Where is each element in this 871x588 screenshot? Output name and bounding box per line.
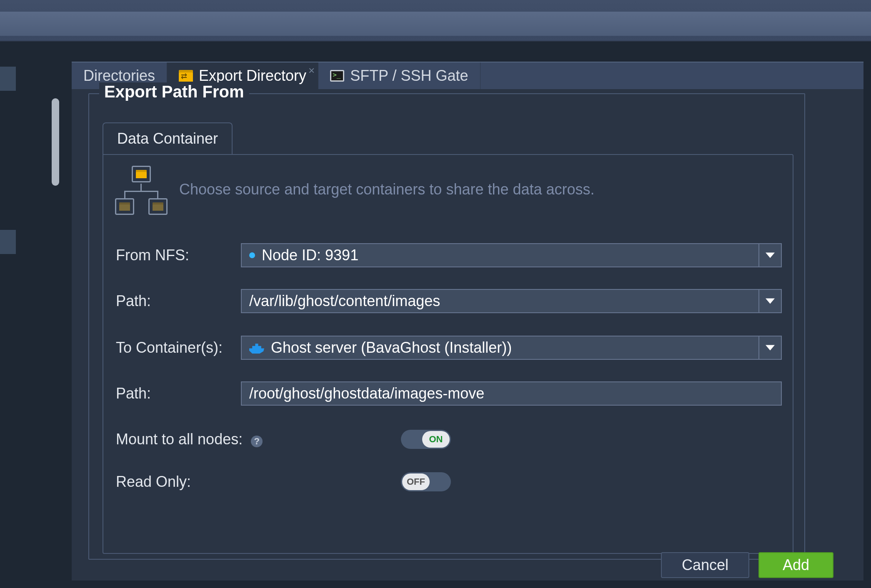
label-from-nfs: From NFS: [116,247,241,264]
read-only-toggle[interactable]: OFF [401,472,451,491]
row-dest-path: Path: /root/ghost/ghostdata/images-move [116,381,782,406]
folder-icon [153,202,163,211]
toggle-state: ON [422,431,450,448]
docker-icon [249,342,264,354]
from-nfs-select[interactable]: Node ID: 9391 [241,243,782,267]
tab-data-container-label: Data Container [117,130,218,147]
row-to-containers: To Container(s): Ghost server (BavaGhost… [116,335,782,361]
row-source-path: Path: /var/lib/ghost/content/images [116,288,782,314]
scrollbar-thumb[interactable] [52,98,59,186]
window-titlebar [0,0,871,42]
tab-data-container[interactable]: Data Container [103,122,233,154]
mount-all-toggle[interactable]: ON [401,430,451,449]
row-mount-all: Mount to all nodes: ? ON [116,426,782,452]
from-nfs-value: Node ID: 9391 [262,247,358,264]
label-to-containers: To Container(s): [116,339,241,356]
toggle-state: OFF [402,473,430,490]
label-mount-all: Mount to all nodes: ? [116,431,266,448]
fieldset-legend: Export Path From [99,82,249,101]
tab-export-label: Export Directory [199,67,306,85]
tab-sftp-ssh[interactable]: SFTP / SSH Gate [318,62,480,89]
chevron-down-icon [766,345,775,351]
dest-path-value: /root/ghost/ghostdata/images-move [249,385,484,402]
add-button-label: Add [783,556,809,574]
row-read-only: Read Only: OFF [116,469,782,495]
svg-marker-1 [766,298,775,304]
help-icon[interactable]: ? [251,436,263,447]
row-from-nfs: From NFS: Node ID: 9391 [116,242,782,268]
chevron-down-icon [766,252,775,258]
to-containers-select[interactable]: Ghost server (BavaGhost (Installer)) [241,336,782,360]
toolbar-strip [0,12,871,36]
terminal-icon [330,70,344,82]
main-panel: Export Path From Data Container Choose s… [72,89,863,581]
chevron-down-icon [766,298,775,304]
status-dot-icon [249,252,255,258]
add-button[interactable]: Add [758,552,833,578]
tab-sftp-label: SFTP / SSH Gate [350,67,468,85]
export-path-fieldset: Export Path From Data Container Choose s… [88,93,805,560]
form-hint: Choose source and target containers to s… [179,181,595,198]
label-dest-path: Path: [116,385,241,402]
to-containers-value: Ghost server (BavaGhost (Installer)) [271,339,512,356]
close-icon[interactable]: × [308,64,315,77]
svg-marker-2 [766,345,775,350]
source-path-value: /var/lib/ghost/content/images [249,292,440,310]
container-tree-icon [116,166,166,220]
to-containers-dropdown-button[interactable] [758,336,782,360]
folder-icon [119,202,130,211]
svg-marker-0 [766,252,775,258]
folder-icon [136,170,147,178]
source-path-dropdown-button[interactable] [758,289,782,313]
dialog-buttons: Cancel Add [661,552,833,578]
source-path-select[interactable]: /var/lib/ghost/content/images [241,289,782,313]
tab-directories-label: Directories [83,67,155,85]
folder-link-icon [179,70,193,82]
export-form: Choose source and target containers to s… [103,154,793,554]
from-nfs-dropdown-button[interactable] [758,243,782,267]
sidebar-item-stub-1[interactable] [0,67,16,91]
label-mount-all-text: Mount to all nodes: [116,431,243,448]
label-read-only: Read Only: [116,473,266,491]
cancel-button[interactable]: Cancel [661,552,749,578]
dest-path-input[interactable]: /root/ghost/ghostdata/images-move [241,381,782,406]
sidebar-item-stub-2[interactable] [0,230,16,254]
cancel-button-label: Cancel [682,556,728,574]
label-source-path: Path: [116,292,241,310]
